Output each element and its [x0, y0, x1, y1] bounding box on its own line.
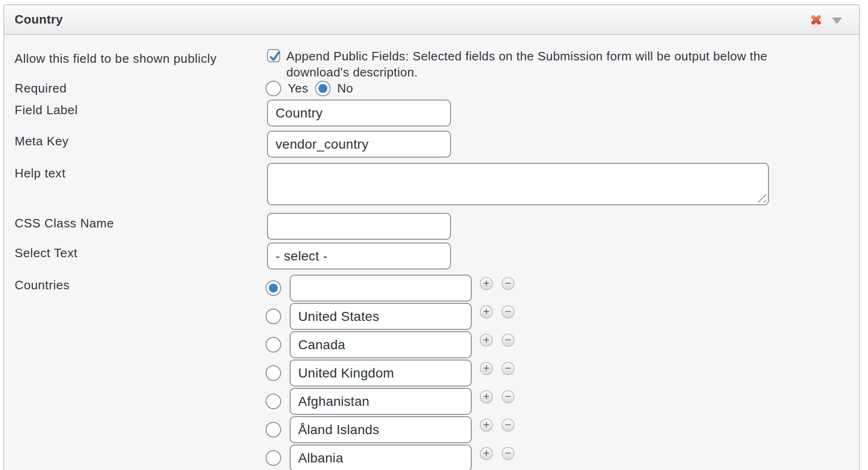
- append-public-fields-checkbox[interactable]: [267, 49, 280, 62]
- row-required: Required Yes No: [15, 80, 859, 96]
- add-option-button[interactable]: +: [480, 390, 493, 403]
- row-field-label: Field Label: [15, 100, 859, 126]
- country-name-input[interactable]: [290, 275, 472, 302]
- country-option-row: + −: [266, 360, 515, 386]
- delete-field-x-icon[interactable]: [810, 14, 822, 26]
- select-text-input[interactable]: [267, 243, 451, 269]
- select-text-label: Select Text: [15, 243, 266, 261]
- panel-header: Country: [4, 5, 859, 35]
- css-class-label: CSS Class Name: [15, 213, 266, 231]
- add-option-button[interactable]: +: [480, 277, 493, 290]
- row-public-field: Allow this field to be shown publicly Ap…: [15, 48, 859, 80]
- country-option-row: + −: [266, 331, 515, 358]
- collapse-toggle-arrow-icon[interactable]: [832, 17, 842, 24]
- country-option-row: + −: [266, 275, 515, 302]
- country-default-radio[interactable]: [266, 450, 281, 466]
- field-settings-panel: Country Allow this field to be shown pub…: [3, 4, 860, 470]
- panel-title: Country: [15, 12, 63, 27]
- public-field-label: Allow this field to be shown publicly: [15, 48, 266, 67]
- help-text-textarea[interactable]: [267, 163, 769, 205]
- country-default-radio[interactable]: [266, 309, 281, 324]
- field-label-label: Field Label: [15, 100, 266, 118]
- required-yes-radio[interactable]: [266, 81, 281, 96]
- add-option-button[interactable]: +: [480, 305, 493, 319]
- remove-option-button[interactable]: −: [501, 362, 515, 375]
- header-icons: [810, 14, 842, 26]
- checkmark-icon: [267, 49, 282, 63]
- country-name-input[interactable]: [290, 388, 472, 415]
- row-meta-key: Meta Key: [15, 131, 859, 158]
- add-option-button[interactable]: +: [480, 334, 493, 347]
- country-option-row: + −: [266, 416, 515, 443]
- css-class-input[interactable]: [267, 213, 451, 240]
- remove-option-button[interactable]: −: [501, 334, 515, 347]
- country-name-input[interactable]: [290, 331, 472, 358]
- country-name-input[interactable]: [290, 303, 472, 330]
- country-default-radio[interactable]: [266, 337, 281, 352]
- country-default-radio[interactable]: [266, 394, 281, 409]
- country-name-input[interactable]: [290, 445, 472, 470]
- country-option-row: + −: [266, 388, 515, 415]
- panel-body: Allow this field to be shown publicly Ap…: [4, 35, 859, 470]
- remove-option-button[interactable]: −: [501, 419, 515, 432]
- append-public-fields-description[interactable]: Append Public Fields: Selected fields on…: [286, 48, 824, 80]
- add-option-button[interactable]: +: [480, 362, 493, 375]
- meta-key-label: Meta Key: [15, 131, 266, 149]
- required-yes-label[interactable]: Yes: [288, 81, 309, 96]
- country-default-radio[interactable]: [266, 422, 281, 437]
- country-name-input[interactable]: [290, 360, 472, 386]
- country-option-row: + −: [266, 303, 515, 330]
- required-no-label[interactable]: No: [337, 81, 353, 96]
- country-option-row: + −: [266, 445, 515, 470]
- meta-key-input[interactable]: [267, 131, 451, 158]
- row-help-text: Help text: [15, 163, 859, 205]
- remove-option-button[interactable]: −: [501, 447, 515, 460]
- remove-option-button[interactable]: −: [501, 277, 515, 290]
- row-countries: Countries + − + − + − + − + − + −: [15, 275, 859, 470]
- countries-label: Countries: [15, 275, 266, 293]
- add-option-button[interactable]: +: [480, 419, 493, 432]
- remove-option-button[interactable]: −: [501, 305, 515, 319]
- countries-option-list: + − + − + − + − + − + − + −: [266, 275, 515, 470]
- required-no-radio[interactable]: [315, 81, 331, 96]
- add-option-button[interactable]: +: [480, 447, 493, 460]
- help-text-label: Help text: [15, 163, 266, 181]
- remove-option-button[interactable]: −: [501, 390, 515, 403]
- required-radio-group: Yes No: [266, 80, 353, 96]
- country-name-input[interactable]: [290, 416, 472, 443]
- row-css-class: CSS Class Name: [15, 213, 859, 240]
- row-select-text: Select Text: [15, 243, 859, 269]
- field-label-input[interactable]: [267, 100, 451, 126]
- country-default-radio[interactable]: [266, 280, 281, 296]
- required-label: Required: [15, 80, 266, 96]
- country-default-radio[interactable]: [266, 365, 281, 381]
